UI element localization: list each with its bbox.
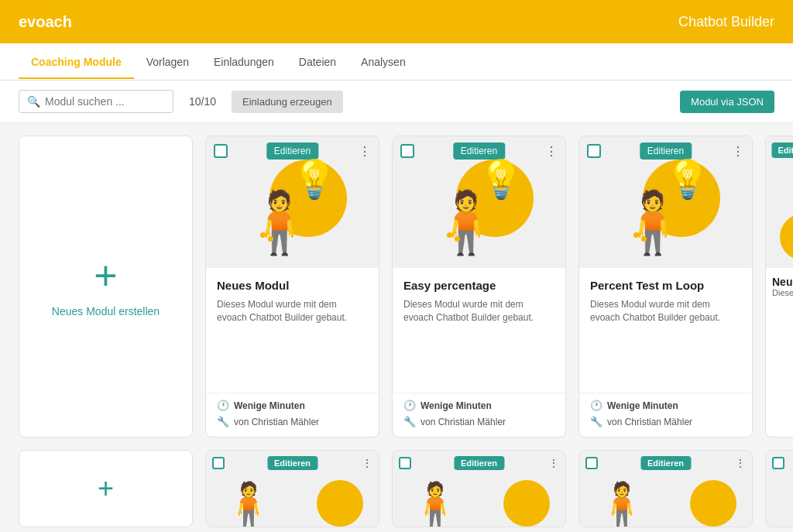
dots-decoration-2 [447,232,460,242]
card-1-author: 🔧 von Christian Mähler [217,416,368,427]
module-card-1: Editieren ⋮ 💡 🧍 Neues Modul Dieses Modul… [205,136,379,438]
bottom-card-3-top: Editieren ⋮ 🧍 [579,451,752,527]
card-3-checkbox[interactable] [587,144,601,158]
bottom-card-4: Editieren ⋮ 🧍 [765,450,793,527]
clock-icon: 🕐 [217,400,229,411]
card-1-description: Dieses Modul wurde mit dem evoach Chatbo… [217,298,368,385]
bottom-card-3: Editieren ⋮ 🧍 [578,450,753,527]
bottom-card-3-person: 🧍 [595,483,649,527]
bottom-card-2-more[interactable]: ⋮ [548,457,559,469]
dots-decoration [260,232,273,242]
module-card-3: Editieren ⋮ 💡 🧍 Percent Test m Loop Dies… [578,136,753,438]
app-logo: evoach [19,13,72,31]
person-icon: 🧍 [242,192,317,252]
search-icon: 🔍 [27,95,40,108]
card-3-image-area: Editieren ⋮ 💡 🧍 [579,136,752,268]
bottom-card-1-edit[interactable]: Editieren [267,456,318,470]
bottom-card-2-edit[interactable]: Editieren [454,456,504,470]
cards-row-1: + Neues Modul erstellen Editieren ⋮ 💡 🧍 [19,136,793,438]
card-1-checkbox[interactable] [214,144,228,158]
tab-vorlagen[interactable]: Vorlagen [134,45,201,79]
card-2-checkbox[interactable] [400,144,414,158]
clock-icon-2: 🕐 [403,400,416,411]
card-3-footer: 🕐 Wenige Minuten 🔧 von Christian Mähler [579,393,752,437]
bottom-card-1-person: 🧍 [221,483,276,527]
clock-icon-3: 🕐 [590,400,602,411]
card-2-image-area: Editieren ⋮ 💡 🧍 [393,136,565,268]
bottom-card-2-person: 🧍 [408,483,462,527]
bottom-card-2-checkbox[interactable] [399,457,411,469]
module-count: 10/10 [183,95,222,108]
bottom-card-2: Editieren ⋮ 🧍 [392,450,566,527]
header-title: Chatbot Builder [678,14,774,30]
tab-analysen[interactable]: Analysen [348,45,418,79]
wrench-icon-2: 🔧 [403,416,416,427]
module-card-partial: Editieren ⋮ 💡 Neue Dieses Chatbo [765,136,793,438]
card-2-description: Dieses Modul wurde mit dem evoach Chatbo… [403,298,554,385]
card-3-duration: 🕐 Wenige Minuten [590,400,741,411]
card-2-footer: 🕐 Wenige Minuten 🔧 von Christian Mähler [393,393,565,437]
card-1-image-area: Editieren ⋮ 💡 🧍 [206,136,379,268]
tab-coaching-module[interactable]: Coaching Module [19,45,134,79]
invite-button[interactable]: Einladung erzeugen [232,91,343,113]
bottom-card-4-top: Editieren ⋮ 🧍 [766,451,793,527]
card-2-duration: 🕐 Wenige Minuten [403,400,554,411]
bottom-card-2-top: Editieren ⋮ 🧍 [393,451,565,527]
card-2-body: Easy percentage Dieses Modul wurde mit d… [393,268,565,393]
bottom-card-3-edit[interactable]: Editieren [640,456,691,470]
card-3-body: Percent Test m Loop Dieses Modul wurde m… [579,268,752,393]
bottom-card-1-circle [317,480,363,527]
partial-title: Neue [772,276,793,288]
partial-edit-btn[interactable]: Editieren [771,142,793,158]
plus-icon: + [94,256,117,296]
bottom-card-4-checkbox[interactable] [772,457,784,469]
wrench-icon: 🔧 [217,416,229,427]
bottom-card-1-checkbox[interactable] [212,457,225,469]
dots-decoration-3 [633,232,647,242]
toolbar: 🔍 10/10 Einladung erzeugen Modul via JSO… [0,81,793,123]
search-wrapper: 🔍 [19,90,173,113]
card-3-description: Dieses Modul wurde mit dem evoach Chatbo… [590,298,741,385]
bottom-card-3-more[interactable]: ⋮ [735,457,746,469]
bottom-card-3-checkbox[interactable] [585,457,598,469]
bottom-card-1-top: Editieren ⋮ 🧍 [206,451,379,527]
app-header: evoach Chatbot Builder [0,0,793,43]
card-1-illustration: 💡 🧍 [239,152,347,252]
wrench-icon-3: 🔧 [590,416,602,427]
create-module-label: Neues Modul erstellen [52,305,160,317]
partial-body: Neue Dieses Chatbo [766,268,793,302]
tab-dateien[interactable]: Dateien [287,45,348,79]
person-icon-3: 🧍 [615,192,690,252]
card-1-title: Neues Modul [217,279,368,292]
person-icon-2: 🧍 [428,192,503,252]
card-3-more-icon[interactable]: ⋮ [732,144,744,159]
card-1-more-icon[interactable]: ⋮ [359,144,371,159]
tab-einladungen[interactable]: Einladungen [201,45,287,79]
card-2-illustration: 💡 🧍 [425,152,534,252]
card-2-author: 🔧 von Christian Mähler [403,416,554,427]
card-2-more-icon[interactable]: ⋮ [545,144,558,159]
cards-row-2: + Editieren ⋮ 🧍 Editieren ⋮ 🧍 [19,450,793,527]
bottom-card-2-circle [503,480,550,527]
card-1-body: Neues Modul Dieses Modul wurde mit dem e… [206,268,379,393]
partial-card-top: Editieren ⋮ 💡 [766,136,793,268]
bottom-create-card[interactable]: + [19,450,193,527]
cards-area: + Neues Modul erstellen Editieren ⋮ 💡 🧍 [0,123,793,532]
card-3-title: Percent Test m Loop [590,279,741,292]
json-button[interactable]: Modul via JSON [680,91,774,113]
card-3-author: 🔧 von Christian Mähler [590,416,741,427]
card-1-footer: 🕐 Wenige Minuten 🔧 von Christian Mähler [206,393,379,437]
create-module-card[interactable]: + Neues Modul erstellen [19,136,193,438]
partial-bulb-icon: 💡 [784,232,793,268]
nav-tabs: Coaching Module Vorlagen Einladungen Dat… [0,43,793,81]
bottom-plus-icon: + [98,475,114,503]
bottom-card-3-circle [690,480,736,527]
card-3-illustration: 💡 🧍 [612,152,720,252]
card-1-duration: 🕐 Wenige Minuten [217,400,368,411]
bottom-card-4-person: 🧍 [781,483,793,527]
partial-desc: Dieses Chatbo [772,288,793,297]
bottom-card-1-more[interactable]: ⋮ [362,457,372,469]
module-card-2: Editieren ⋮ 💡 🧍 Easy percentage Dieses M… [392,136,566,438]
search-input[interactable] [45,95,153,108]
card-2-title: Easy percentage [403,279,554,292]
